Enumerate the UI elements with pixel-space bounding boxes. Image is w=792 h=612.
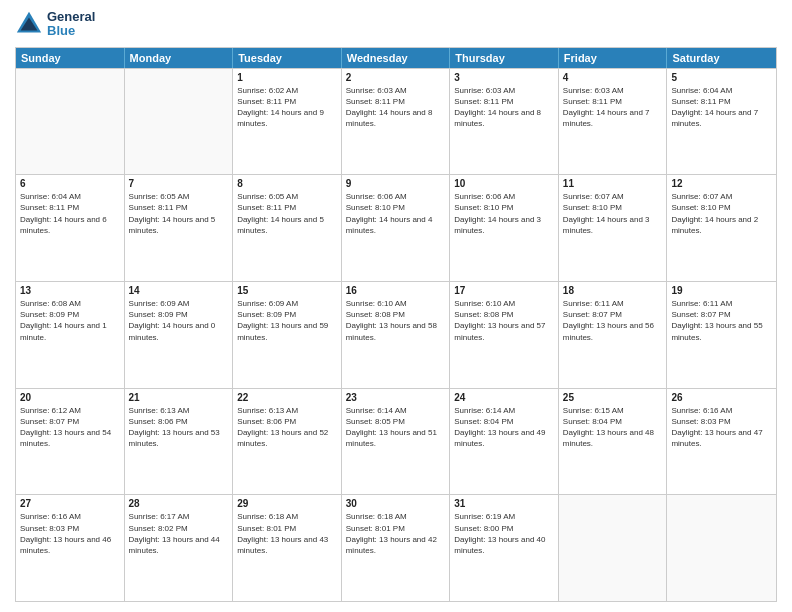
calendar-cell: 6Sunrise: 6:04 AM Sunset: 8:11 PM Daylig… [16, 175, 125, 281]
day-number: 21 [129, 392, 229, 403]
weekday-header: Monday [125, 48, 234, 68]
calendar-cell: 5Sunrise: 6:04 AM Sunset: 8:11 PM Daylig… [667, 69, 776, 175]
day-number: 30 [346, 498, 446, 509]
calendar-cell: 25Sunrise: 6:15 AM Sunset: 8:04 PM Dayli… [559, 389, 668, 495]
calendar-cell: 21Sunrise: 6:13 AM Sunset: 8:06 PM Dayli… [125, 389, 234, 495]
logo-text: General Blue [47, 10, 95, 39]
day-number: 10 [454, 178, 554, 189]
weekday-header: Friday [559, 48, 668, 68]
calendar-cell: 16Sunrise: 6:10 AM Sunset: 8:08 PM Dayli… [342, 282, 451, 388]
day-number: 6 [20, 178, 120, 189]
day-info: Sunrise: 6:16 AM Sunset: 8:03 PM Dayligh… [671, 405, 772, 450]
day-info: Sunrise: 6:06 AM Sunset: 8:10 PM Dayligh… [454, 191, 554, 236]
day-info: Sunrise: 6:10 AM Sunset: 8:08 PM Dayligh… [454, 298, 554, 343]
calendar-cell: 22Sunrise: 6:13 AM Sunset: 8:06 PM Dayli… [233, 389, 342, 495]
day-info: Sunrise: 6:07 AM Sunset: 8:10 PM Dayligh… [671, 191, 772, 236]
calendar-cell: 17Sunrise: 6:10 AM Sunset: 8:08 PM Dayli… [450, 282, 559, 388]
day-info: Sunrise: 6:08 AM Sunset: 8:09 PM Dayligh… [20, 298, 120, 343]
day-number: 18 [563, 285, 663, 296]
day-info: Sunrise: 6:05 AM Sunset: 8:11 PM Dayligh… [129, 191, 229, 236]
calendar-cell [667, 495, 776, 601]
day-info: Sunrise: 6:04 AM Sunset: 8:11 PM Dayligh… [671, 85, 772, 130]
logo: General Blue [15, 10, 95, 39]
day-info: Sunrise: 6:04 AM Sunset: 8:11 PM Dayligh… [20, 191, 120, 236]
day-number: 24 [454, 392, 554, 403]
calendar-cell: 7Sunrise: 6:05 AM Sunset: 8:11 PM Daylig… [125, 175, 234, 281]
day-number: 2 [346, 72, 446, 83]
day-info: Sunrise: 6:07 AM Sunset: 8:10 PM Dayligh… [563, 191, 663, 236]
weekday-header: Thursday [450, 48, 559, 68]
calendar-cell: 13Sunrise: 6:08 AM Sunset: 8:09 PM Dayli… [16, 282, 125, 388]
calendar-cell: 4Sunrise: 6:03 AM Sunset: 8:11 PM Daylig… [559, 69, 668, 175]
day-number: 16 [346, 285, 446, 296]
day-number: 9 [346, 178, 446, 189]
day-number: 19 [671, 285, 772, 296]
calendar-cell: 27Sunrise: 6:16 AM Sunset: 8:03 PM Dayli… [16, 495, 125, 601]
day-info: Sunrise: 6:18 AM Sunset: 8:01 PM Dayligh… [237, 511, 337, 556]
calendar-cell: 24Sunrise: 6:14 AM Sunset: 8:04 PM Dayli… [450, 389, 559, 495]
day-info: Sunrise: 6:11 AM Sunset: 8:07 PM Dayligh… [671, 298, 772, 343]
day-number: 12 [671, 178, 772, 189]
header: General Blue [15, 10, 777, 39]
day-number: 15 [237, 285, 337, 296]
day-info: Sunrise: 6:13 AM Sunset: 8:06 PM Dayligh… [129, 405, 229, 450]
day-info: Sunrise: 6:17 AM Sunset: 8:02 PM Dayligh… [129, 511, 229, 556]
day-number: 27 [20, 498, 120, 509]
day-number: 17 [454, 285, 554, 296]
day-number: 26 [671, 392, 772, 403]
calendar-cell: 30Sunrise: 6:18 AM Sunset: 8:01 PM Dayli… [342, 495, 451, 601]
calendar-cell: 20Sunrise: 6:12 AM Sunset: 8:07 PM Dayli… [16, 389, 125, 495]
day-info: Sunrise: 6:15 AM Sunset: 8:04 PM Dayligh… [563, 405, 663, 450]
calendar-cell [559, 495, 668, 601]
day-number: 5 [671, 72, 772, 83]
calendar-cell: 31Sunrise: 6:19 AM Sunset: 8:00 PM Dayli… [450, 495, 559, 601]
calendar-cell: 12Sunrise: 6:07 AM Sunset: 8:10 PM Dayli… [667, 175, 776, 281]
day-number: 1 [237, 72, 337, 83]
day-number: 3 [454, 72, 554, 83]
logo-icon [15, 10, 43, 38]
calendar-row: 20Sunrise: 6:12 AM Sunset: 8:07 PM Dayli… [16, 388, 776, 495]
day-number: 13 [20, 285, 120, 296]
calendar-cell: 28Sunrise: 6:17 AM Sunset: 8:02 PM Dayli… [125, 495, 234, 601]
calendar-cell: 15Sunrise: 6:09 AM Sunset: 8:09 PM Dayli… [233, 282, 342, 388]
calendar: SundayMondayTuesdayWednesdayThursdayFrid… [15, 47, 777, 602]
calendar-row: 13Sunrise: 6:08 AM Sunset: 8:09 PM Dayli… [16, 281, 776, 388]
calendar-cell: 29Sunrise: 6:18 AM Sunset: 8:01 PM Dayli… [233, 495, 342, 601]
calendar-row: 27Sunrise: 6:16 AM Sunset: 8:03 PM Dayli… [16, 494, 776, 601]
calendar-cell: 3Sunrise: 6:03 AM Sunset: 8:11 PM Daylig… [450, 69, 559, 175]
calendar-cell: 2Sunrise: 6:03 AM Sunset: 8:11 PM Daylig… [342, 69, 451, 175]
day-info: Sunrise: 6:03 AM Sunset: 8:11 PM Dayligh… [563, 85, 663, 130]
day-info: Sunrise: 6:03 AM Sunset: 8:11 PM Dayligh… [346, 85, 446, 130]
day-number: 11 [563, 178, 663, 189]
day-info: Sunrise: 6:14 AM Sunset: 8:05 PM Dayligh… [346, 405, 446, 450]
calendar-cell: 10Sunrise: 6:06 AM Sunset: 8:10 PM Dayli… [450, 175, 559, 281]
day-number: 28 [129, 498, 229, 509]
calendar-cell: 19Sunrise: 6:11 AM Sunset: 8:07 PM Dayli… [667, 282, 776, 388]
day-info: Sunrise: 6:06 AM Sunset: 8:10 PM Dayligh… [346, 191, 446, 236]
calendar-cell: 18Sunrise: 6:11 AM Sunset: 8:07 PM Dayli… [559, 282, 668, 388]
day-info: Sunrise: 6:10 AM Sunset: 8:08 PM Dayligh… [346, 298, 446, 343]
day-info: Sunrise: 6:18 AM Sunset: 8:01 PM Dayligh… [346, 511, 446, 556]
weekday-header: Saturday [667, 48, 776, 68]
day-number: 14 [129, 285, 229, 296]
day-info: Sunrise: 6:14 AM Sunset: 8:04 PM Dayligh… [454, 405, 554, 450]
calendar-cell: 23Sunrise: 6:14 AM Sunset: 8:05 PM Dayli… [342, 389, 451, 495]
day-number: 4 [563, 72, 663, 83]
page: General Blue SundayMondayTuesdayWednesda… [0, 0, 792, 612]
day-number: 23 [346, 392, 446, 403]
day-number: 31 [454, 498, 554, 509]
calendar-cell: 11Sunrise: 6:07 AM Sunset: 8:10 PM Dayli… [559, 175, 668, 281]
day-number: 29 [237, 498, 337, 509]
calendar-row: 6Sunrise: 6:04 AM Sunset: 8:11 PM Daylig… [16, 174, 776, 281]
day-info: Sunrise: 6:03 AM Sunset: 8:11 PM Dayligh… [454, 85, 554, 130]
calendar-cell [16, 69, 125, 175]
calendar-body: 1Sunrise: 6:02 AM Sunset: 8:11 PM Daylig… [16, 68, 776, 601]
day-number: 7 [129, 178, 229, 189]
day-info: Sunrise: 6:05 AM Sunset: 8:11 PM Dayligh… [237, 191, 337, 236]
calendar-cell: 1Sunrise: 6:02 AM Sunset: 8:11 PM Daylig… [233, 69, 342, 175]
weekday-header: Tuesday [233, 48, 342, 68]
day-info: Sunrise: 6:12 AM Sunset: 8:07 PM Dayligh… [20, 405, 120, 450]
calendar-cell: 8Sunrise: 6:05 AM Sunset: 8:11 PM Daylig… [233, 175, 342, 281]
day-number: 8 [237, 178, 337, 189]
calendar-row: 1Sunrise: 6:02 AM Sunset: 8:11 PM Daylig… [16, 68, 776, 175]
